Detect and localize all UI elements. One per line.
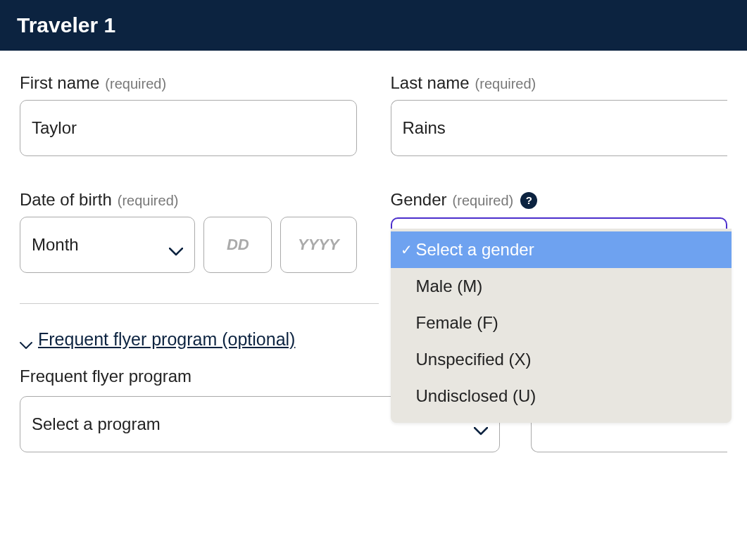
chevron-down-icon	[20, 334, 32, 344]
chevron-down-icon	[169, 241, 183, 249]
dob-group: Month	[20, 217, 357, 273]
help-icon[interactable]: ?	[520, 192, 537, 209]
last-name-label: Last name (required)	[391, 73, 728, 93]
dob-day-wrap	[203, 217, 272, 273]
dob-day-input[interactable]	[203, 217, 272, 273]
gender-option-male[interactable]: Male (M)	[391, 268, 732, 305]
dob-year-wrap	[280, 217, 356, 273]
form-header: Traveler 1	[0, 0, 747, 51]
check-icon: ✓	[398, 241, 416, 258]
gender-option-label: Undisclosed (U)	[416, 386, 536, 406]
gender-option-label: Female (F)	[416, 313, 498, 333]
gender-required: (required)	[453, 193, 514, 209]
dob-month-wrap: Month	[20, 217, 195, 273]
gender-option-undisclosed[interactable]: Undisclosed (U)	[391, 378, 732, 414]
last-name-input[interactable]	[391, 100, 728, 156]
gender-field: Gender (required) ? ✓ Select a gender Ma…	[391, 190, 728, 274]
gender-label: Gender (required) ?	[391, 190, 728, 210]
dob-gender-row: Date of birth (required) Month	[20, 190, 727, 274]
last-name-label-text: Last name	[391, 73, 470, 93]
first-name-field: First name (required)	[20, 73, 357, 156]
form-container: First name (required) Last name (require…	[0, 51, 747, 452]
frequent-flyer-toggle-text: Frequent flyer program (optional)	[38, 329, 295, 350]
ff-select-value: Select a program	[32, 414, 161, 434]
dob-year-input[interactable]	[280, 217, 356, 273]
gender-option-placeholder[interactable]: ✓ Select a gender	[391, 231, 732, 268]
header-title: Traveler 1	[17, 13, 115, 37]
dob-field: Date of birth (required) Month	[20, 190, 357, 274]
first-name-label: First name (required)	[20, 73, 357, 93]
dob-label: Date of birth (required)	[20, 190, 357, 210]
gender-option-label: Unspecified (X)	[416, 350, 532, 369]
divider	[20, 303, 379, 304]
dob-month-value: Month	[32, 235, 79, 255]
gender-option-unspecified[interactable]: Unspecified (X)	[391, 341, 732, 378]
gender-option-label: Select a gender	[416, 240, 534, 260]
gender-select-wrap: ✓ Select a gender Male (M) Female (F) Un…	[391, 217, 728, 274]
gender-option-label: Male (M)	[416, 276, 483, 296]
first-name-label-text: First name	[20, 73, 99, 93]
last-name-required: (required)	[475, 76, 536, 92]
gender-dropdown: ✓ Select a gender Male (M) Female (F) Un…	[391, 229, 732, 423]
dob-required: (required)	[118, 193, 179, 209]
first-name-input[interactable]	[20, 100, 357, 156]
gender-label-text: Gender	[391, 190, 447, 210]
dob-month-select[interactable]: Month	[20, 217, 195, 273]
last-name-field: Last name (required)	[391, 73, 728, 156]
first-name-required: (required)	[105, 76, 166, 92]
name-row: First name (required) Last name (require…	[20, 73, 727, 156]
dob-label-text: Date of birth	[20, 190, 112, 210]
gender-option-female[interactable]: Female (F)	[391, 305, 732, 341]
